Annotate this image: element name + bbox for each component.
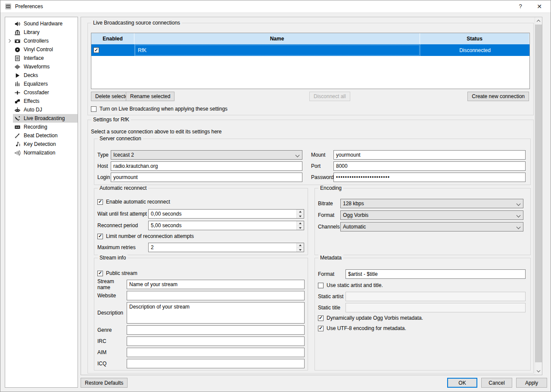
public-stream-checkbox[interactable]: [97, 271, 103, 276]
create-new-connection-button[interactable]: Create new connection: [467, 92, 529, 101]
header-enabled: Enabled: [91, 33, 134, 44]
static-title-input[interactable]: [346, 303, 526, 312]
scroll-down-icon[interactable]: [535, 367, 542, 375]
sidebar-item-decks[interactable]: Decks: [5, 71, 78, 80]
sidebar-item-key-detection[interactable]: Key Detection: [5, 140, 78, 148]
expander: [5, 63, 13, 70]
channels-select[interactable]: Automatic: [340, 222, 523, 231]
sidebar-item-vinyl-control[interactable]: Vinyl Control: [5, 45, 78, 54]
header-status: Status: [420, 33, 529, 44]
scrollbar-track[interactable]: [535, 25, 542, 367]
spin-up-button[interactable]: [297, 210, 304, 214]
app-icon: [5, 3, 12, 10]
expander: [5, 55, 13, 62]
server-connection-group: Server connection Type Icecast 2 Mount H…: [94, 139, 531, 185]
disconnect-all-button[interactable]: Disconnect all: [309, 92, 350, 101]
host-label: Host: [97, 163, 111, 169]
mount-input[interactable]: [333, 150, 526, 160]
close-button[interactable]: ✕: [532, 0, 546, 12]
sidebar-item-live-broadcasting[interactable]: Live Broadcasting: [5, 114, 78, 123]
sidebar-item-library[interactable]: Library: [5, 28, 78, 37]
host-input[interactable]: [111, 161, 302, 171]
maximum-retries-spinner[interactable]: [148, 243, 304, 252]
satellite-icon: [14, 115, 21, 122]
limit-attempts-checkbox[interactable]: [97, 234, 103, 239]
settings-hint: Select a source connection above to edit…: [91, 129, 222, 135]
ok-button[interactable]: OK: [447, 378, 477, 388]
scroll-up-icon[interactable]: [535, 17, 542, 25]
login-input[interactable]: [111, 173, 302, 182]
stream-name-input[interactable]: [127, 280, 305, 289]
table-header: Enabled Name Status: [91, 33, 529, 44]
port-input[interactable]: [333, 161, 526, 171]
rename-selected-button[interactable]: Rename selected: [126, 92, 174, 101]
port-label: Port: [311, 163, 333, 169]
chevron-down-icon: [514, 211, 523, 219]
wait-first-attempt-spinner[interactable]: [148, 209, 304, 219]
header-name: Name: [134, 33, 420, 44]
controller-icon: [14, 37, 21, 44]
sidebar-item-effects[interactable]: Effects: [5, 97, 78, 105]
spin-down-button[interactable]: [297, 214, 304, 219]
restore-defaults-button[interactable]: Restore Defaults: [81, 378, 128, 388]
sidebar-item-normalization[interactable]: Normalization: [5, 148, 78, 157]
row-name[interactable]: RfK: [134, 44, 420, 56]
description-textarea[interactable]: Description of your stream: [127, 302, 305, 324]
irc-input[interactable]: [127, 336, 305, 346]
sidebar-item-auto-dj[interactable]: Auto DJ: [5, 105, 78, 114]
row-enabled-checkbox[interactable]: [93, 47, 99, 53]
table-row[interactable]: RfK Disconnected: [91, 44, 529, 56]
enable-reconnect-checkbox[interactable]: [97, 199, 103, 205]
sidebar-item-equalizers[interactable]: Equalizers: [5, 80, 78, 88]
speaker-icon: [14, 20, 21, 27]
type-select[interactable]: Icecast 2: [111, 150, 302, 160]
group-title: Stream info: [98, 255, 128, 261]
genre-input[interactable]: [127, 325, 305, 335]
cancel-button[interactable]: Cancel: [481, 378, 512, 388]
use-static-checkbox[interactable]: [318, 283, 324, 288]
help-button[interactable]: ?: [514, 0, 527, 12]
password-input[interactable]: [333, 173, 526, 182]
sidebar-item-beat-detection[interactable]: Beat Detection: [5, 131, 78, 140]
bitrate-select[interactable]: 128 kbps: [340, 199, 523, 208]
robot-icon: [14, 106, 21, 113]
expander: [5, 115, 13, 122]
dynamic-update-checkbox[interactable]: [318, 315, 324, 321]
group-title: Live Broadcasting source connections: [91, 20, 182, 26]
sidebar-item-label: Normalization: [24, 150, 55, 156]
sidebar-item-controllers[interactable]: Controllers: [5, 37, 78, 45]
metadata-format-input[interactable]: [346, 269, 526, 279]
connections-table: Enabled Name Status RfK Disconnected: [91, 33, 530, 89]
website-input[interactable]: [127, 291, 305, 300]
group-title: Automatic reconnect: [98, 185, 148, 191]
chevron-right-icon[interactable]: [5, 37, 13, 44]
sidebar-item-waveforms[interactable]: Waveforms: [5, 62, 78, 71]
utf8-checkbox[interactable]: [318, 326, 324, 331]
sidebar-item-label: Waveforms: [24, 64, 50, 70]
format-select[interactable]: Ogg Vorbis: [340, 210, 523, 220]
turn-on-broadcasting-checkbox[interactable]: [91, 106, 97, 112]
static-artist-input[interactable]: [346, 292, 526, 301]
sidebar-item-sound-hardware[interactable]: Sound Hardware: [5, 19, 78, 28]
reconnect-period-spinner[interactable]: [148, 221, 304, 230]
sidebar-item-crossfader[interactable]: Crossfader: [5, 88, 78, 97]
spin-down-button[interactable]: [297, 226, 304, 230]
aim-input[interactable]: [127, 348, 305, 357]
sidebar-item-interface[interactable]: Interface: [5, 54, 78, 62]
spin-up-button[interactable]: [297, 221, 304, 226]
cassette-icon: [14, 123, 21, 130]
genre-label: Genre: [97, 327, 127, 333]
sidebar-item-label: Controllers: [24, 38, 49, 44]
spin-up-button[interactable]: [297, 243, 304, 248]
icq-label: ICQ: [97, 361, 127, 367]
icq-input[interactable]: [127, 359, 305, 368]
utf8-label: Use UTF-8 encoding for metadata.: [327, 325, 406, 331]
stream-info-group: Stream info Public stream Stream name We…: [94, 258, 308, 370]
sidebar-item-recording[interactable]: Recording: [5, 123, 78, 131]
apply-button[interactable]: Apply: [516, 378, 547, 388]
mount-label: Mount: [311, 152, 333, 158]
spin-down-button[interactable]: [297, 248, 304, 252]
equalizer-icon: [14, 80, 21, 87]
vertical-scrollbar[interactable]: [535, 17, 542, 375]
scrollbar-thumb[interactable]: [535, 25, 542, 362]
